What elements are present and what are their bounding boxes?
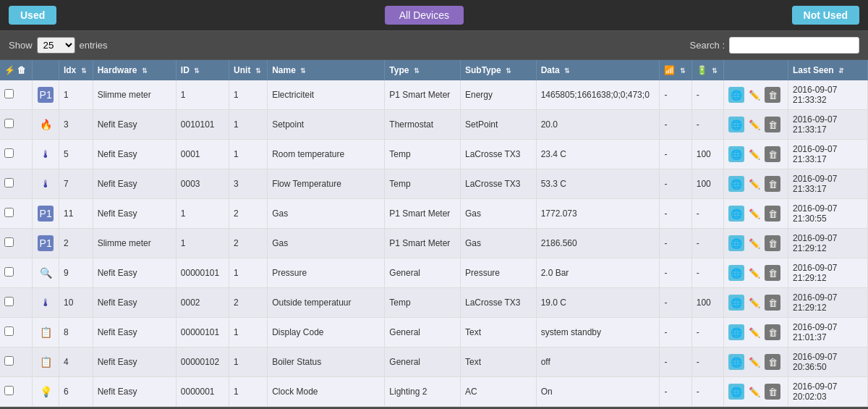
row-idx: 11 xyxy=(59,199,93,229)
header-idx[interactable]: Idx ⇅ xyxy=(59,60,93,80)
header-hardware[interactable]: Hardware ⇅ xyxy=(93,60,176,80)
header-name[interactable]: Name ⇅ xyxy=(268,60,385,80)
devices-table: ⚡ 🗑 Idx ⇅ Hardware ⇅ ID ⇅ Unit ⇅ Name ⇅ … xyxy=(0,60,868,407)
row-checkbox[interactable] xyxy=(0,347,33,377)
table-row: 🌡 5 Nefit Easy 0001 1 Room temperature T… xyxy=(0,140,868,169)
row-signal: - xyxy=(660,377,692,407)
row-id: 0003 xyxy=(176,169,229,199)
delete-icon[interactable]: 🗑 xyxy=(765,176,780,192)
row-id: 1 xyxy=(176,199,229,229)
row-checkbox[interactable] xyxy=(0,377,33,407)
row-idx: 8 xyxy=(59,318,93,347)
trash-icon[interactable]: 🗑 xyxy=(17,65,26,75)
row-name: Clock Mode xyxy=(268,377,385,407)
edit-icon[interactable]: ✏️ xyxy=(746,324,762,340)
globe-icon[interactable]: 🌐 xyxy=(728,324,744,340)
edit-icon[interactable]: ✏️ xyxy=(746,354,762,370)
row-unit: 1 xyxy=(229,258,268,288)
row-icon: 🌡 xyxy=(33,140,59,169)
globe-icon[interactable]: 🌐 xyxy=(728,295,744,311)
row-data: 1465805;1661638;0;0;473;0 xyxy=(536,80,660,110)
row-data: 20.0 xyxy=(536,110,660,140)
row-actions: 🌐 ✏️ 🗑 xyxy=(724,140,788,169)
edit-icon[interactable]: ✏️ xyxy=(746,384,762,400)
row-subtype: SetPoint xyxy=(461,110,537,140)
header-data[interactable]: Data ⇅ xyxy=(536,60,660,80)
row-idx: 4 xyxy=(59,347,93,377)
row-icon: 💡 xyxy=(33,377,59,407)
delete-icon[interactable]: 🗑 xyxy=(765,206,780,222)
not-used-button[interactable]: Not Used xyxy=(792,6,859,25)
row-data: 19.0 C xyxy=(536,288,660,318)
delete-icon[interactable]: 🗑 xyxy=(765,235,780,251)
table-header-row: ⚡ 🗑 Idx ⇅ Hardware ⇅ ID ⇅ Unit ⇅ Name ⇅ … xyxy=(0,60,868,80)
filter-icon[interactable]: ⚡ xyxy=(4,65,15,75)
entries-select[interactable]: 25 10 50 100 xyxy=(37,37,75,54)
row-checkbox[interactable] xyxy=(0,318,33,347)
row-checkbox[interactable] xyxy=(0,288,33,318)
row-hardware: Slimme meter xyxy=(93,229,176,258)
delete-icon[interactable]: 🗑 xyxy=(765,295,780,311)
header-unit[interactable]: Unit ⇅ xyxy=(229,60,268,80)
header-type[interactable]: Type ⇅ xyxy=(385,60,461,80)
row-hardware: Nefit Easy xyxy=(93,169,176,199)
row-checkbox[interactable] xyxy=(0,110,33,140)
edit-icon[interactable]: ✏️ xyxy=(746,295,762,311)
globe-icon[interactable]: 🌐 xyxy=(728,384,744,400)
all-devices-button[interactable]: All Devices xyxy=(385,6,464,25)
row-checkbox[interactable] xyxy=(0,258,33,288)
row-id: 1 xyxy=(176,229,229,258)
globe-icon[interactable]: 🌐 xyxy=(728,265,744,281)
row-unit: 1 xyxy=(229,377,268,407)
header-battery[interactable]: 🔋 ⇅ xyxy=(692,60,723,80)
edit-icon[interactable]: ✏️ xyxy=(746,117,762,132)
row-checkbox[interactable] xyxy=(0,140,33,169)
globe-icon[interactable]: 🌐 xyxy=(728,235,744,251)
search-input[interactable] xyxy=(729,37,859,54)
row-battery: - xyxy=(692,229,723,258)
delete-icon[interactable]: 🗑 xyxy=(765,324,780,340)
globe-icon[interactable]: 🌐 xyxy=(728,354,744,370)
delete-icon[interactable]: 🗑 xyxy=(765,117,780,132)
row-type: Temp xyxy=(385,288,461,318)
edit-icon[interactable]: ✏️ xyxy=(746,235,762,251)
globe-icon[interactable]: 🌐 xyxy=(728,87,744,103)
header-id[interactable]: ID ⇅ xyxy=(176,60,229,80)
globe-icon[interactable]: 🌐 xyxy=(728,206,744,222)
edit-icon[interactable]: ✏️ xyxy=(746,87,762,103)
row-hardware: Nefit Easy xyxy=(93,140,176,169)
globe-icon[interactable]: 🌐 xyxy=(728,146,744,162)
edit-icon[interactable]: ✏️ xyxy=(746,206,762,222)
row-actions: 🌐 ✏️ 🗑 xyxy=(724,258,788,288)
table-row: 🌡 10 Nefit Easy 0002 2 Outside temperatu… xyxy=(0,288,868,318)
row-checkbox[interactable] xyxy=(0,169,33,199)
row-signal: - xyxy=(660,288,692,318)
edit-icon[interactable]: ✏️ xyxy=(746,176,762,192)
row-icon: 🔥 xyxy=(33,110,59,140)
globe-icon[interactable]: 🌐 xyxy=(728,176,744,192)
row-checkbox[interactable] xyxy=(0,80,33,110)
header-signal[interactable]: 📶 ⇅ xyxy=(660,60,692,80)
used-button[interactable]: Used xyxy=(9,6,56,25)
row-checkbox[interactable] xyxy=(0,229,33,258)
header-lastseen[interactable]: Last Seen ⇵ xyxy=(788,60,868,80)
delete-icon[interactable]: 🗑 xyxy=(765,384,780,400)
row-battery: 100 xyxy=(692,169,723,199)
header-subtype[interactable]: SubType ⇅ xyxy=(461,60,537,80)
delete-icon[interactable]: 🗑 xyxy=(765,146,780,162)
globe-icon[interactable]: 🌐 xyxy=(728,117,744,132)
header-icon-col xyxy=(33,60,59,80)
row-battery: - xyxy=(692,347,723,377)
delete-icon[interactable]: 🗑 xyxy=(765,265,780,281)
row-checkbox[interactable] xyxy=(0,199,33,229)
row-icon: 📋 xyxy=(33,318,59,347)
delete-icon[interactable]: 🗑 xyxy=(765,87,780,103)
edit-icon[interactable]: ✏️ xyxy=(746,146,762,162)
row-signal: - xyxy=(660,80,692,110)
row-battery: - xyxy=(692,258,723,288)
row-subtype: AC xyxy=(461,377,537,407)
row-idx: 10 xyxy=(59,288,93,318)
row-battery: - xyxy=(692,199,723,229)
delete-icon[interactable]: 🗑 xyxy=(765,354,780,370)
edit-icon[interactable]: ✏️ xyxy=(746,265,762,281)
